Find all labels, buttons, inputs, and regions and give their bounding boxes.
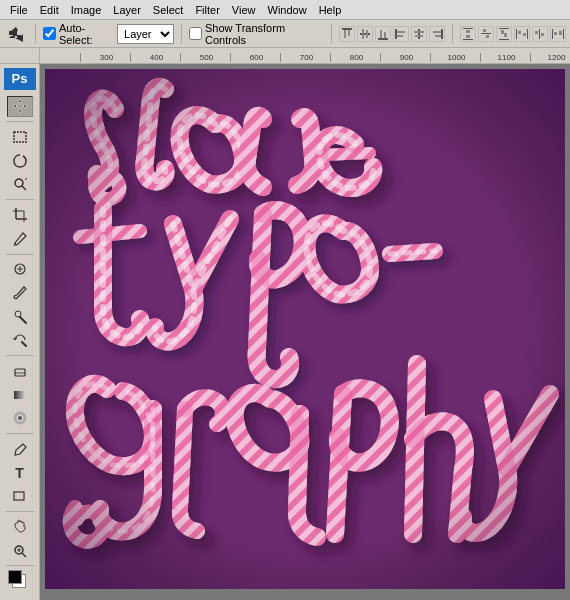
tool-quick-select[interactable] [7,174,33,196]
left-toolbar: Ps [0,64,40,600]
svg-rect-25 [483,29,486,32]
svg-rect-32 [527,29,528,39]
svg-rect-22 [466,30,470,33]
tool-spot-heal[interactable] [7,259,33,281]
ruler-top: 3004005006007008009001000110012001300 [80,48,570,64]
toolbar-sep-2 [181,24,182,44]
svg-rect-7 [366,30,368,38]
svg-rect-15 [414,31,424,33]
menu-file[interactable]: File [4,2,34,18]
transform-controls-group: Show Transform Controls [189,22,324,46]
dist-right-icon[interactable] [550,26,566,42]
tool-eraser[interactable] [7,360,33,382]
tool-move[interactable] [7,96,33,118]
tool-rect-marquee[interactable] [7,126,33,148]
tool-sep-7 [6,565,34,566]
svg-rect-38 [552,29,553,39]
move-tool-icon[interactable] [4,23,28,45]
dist-vc-icon[interactable] [478,26,494,42]
svg-rect-10 [384,32,386,38]
align-vcenter-icon[interactable] [357,26,373,42]
svg-rect-36 [535,31,538,34]
align-bottom-icon[interactable] [375,26,391,42]
svg-rect-21 [463,39,473,40]
tool-text[interactable]: T [7,462,33,484]
menu-image[interactable]: Image [65,2,108,18]
menu-layer[interactable]: Layer [107,2,147,18]
svg-rect-29 [501,30,504,34]
svg-line-44 [22,186,26,190]
tool-shape[interactable] [7,485,33,507]
svg-line-50 [14,243,15,246]
tool-history-brush[interactable] [7,329,33,351]
options-toolbar: Auto-Select: Layer Group Show Transform … [0,20,570,48]
menu-edit[interactable]: Edit [34,2,65,18]
dist-hc-icon[interactable] [532,26,548,42]
tool-sep-6 [6,511,34,512]
ps-badge: Ps [4,68,36,90]
candy-typography-artwork [45,69,565,589]
align-right-icon[interactable] [429,26,445,42]
svg-rect-9 [380,30,382,38]
menu-view[interactable]: View [226,2,262,18]
svg-rect-3 [344,30,346,38]
color-swatches[interactable] [6,570,34,596]
auto-select-checkbox[interactable] [43,27,56,40]
tool-zoom[interactable] [7,540,33,562]
svg-line-45 [25,178,27,180]
tool-brush[interactable] [7,282,33,304]
tool-clone-stamp[interactable] [7,306,33,328]
show-transform-label: Show Transform Controls [205,22,324,46]
toolbar-sep-3 [331,24,332,44]
svg-rect-11 [395,29,397,39]
dist-left-icon[interactable] [514,26,530,42]
menu-help[interactable]: Help [313,2,348,18]
layer-select[interactable]: Layer Group [117,24,174,44]
svg-rect-2 [342,28,352,30]
tool-crop[interactable] [7,204,33,226]
tool-gradient[interactable] [7,384,33,406]
align-top-icon[interactable] [339,26,355,42]
dist-top-icon[interactable] [460,26,476,42]
svg-rect-4 [348,30,350,36]
svg-rect-26 [486,35,489,38]
menu-bar: File Edit Image Layer Select Filter View… [0,0,570,20]
canvas-area [40,64,570,600]
auto-select-label: Auto-Select: [59,22,114,46]
tool-pen[interactable] [7,438,33,460]
svg-point-59 [18,416,22,420]
svg-rect-12 [397,31,405,33]
tool-sep-4 [6,355,34,356]
svg-rect-35 [539,29,540,39]
svg-rect-23 [466,35,470,38]
svg-rect-30 [504,33,507,37]
tool-eyedropper[interactable] [7,228,33,250]
svg-rect-24 [481,33,491,34]
tool-sep-3 [6,254,34,255]
svg-line-63 [22,553,26,557]
svg-rect-37 [541,33,544,36]
dist-bottom-icon[interactable] [496,26,512,42]
menu-filter[interactable]: Filter [189,2,225,18]
align-left-icon[interactable] [393,26,409,42]
align-icons [339,26,445,42]
tool-lasso[interactable] [7,150,33,172]
align-hcenter-icon[interactable] [411,26,427,42]
tool-hand[interactable] [7,516,33,538]
menu-window[interactable]: Window [262,2,313,18]
svg-rect-31 [516,29,517,39]
distribute-icons [460,26,566,42]
show-transform-checkbox[interactable] [189,27,202,40]
svg-rect-14 [418,29,420,39]
tool-blur[interactable] [7,407,33,429]
menu-select[interactable]: Select [147,2,190,18]
toolbar-sep-1 [35,24,36,44]
svg-rect-69 [45,69,565,589]
svg-line-60 [23,444,26,447]
tool-sep-1 [6,121,34,122]
svg-rect-17 [441,29,443,39]
svg-rect-41 [559,31,562,35]
svg-rect-57 [14,391,26,399]
tool-sep-5 [6,433,34,434]
svg-point-43 [15,179,23,187]
